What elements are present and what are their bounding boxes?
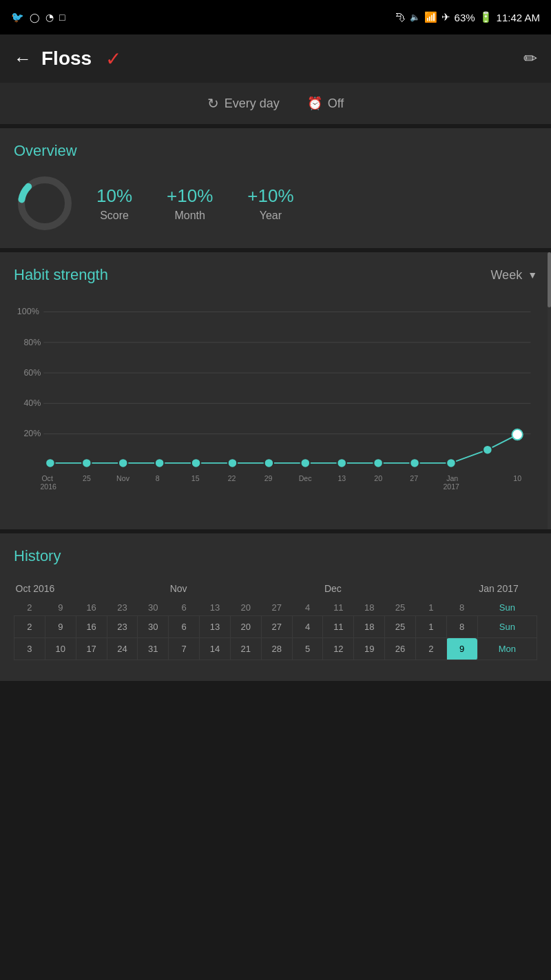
battery-percent: 63% xyxy=(455,12,475,23)
donut-chart xyxy=(14,172,76,234)
chart-dot xyxy=(337,458,346,467)
year-label: Year xyxy=(247,210,293,222)
overview-title: Overview xyxy=(14,142,537,160)
table-cell: 7 xyxy=(169,638,200,660)
history-section: History Oct 2016 Nov Dec Jan 2017 2 9 16… xyxy=(0,533,551,681)
x-label-29: 29 xyxy=(264,474,273,482)
back-button[interactable]: ← xyxy=(14,48,32,70)
chart-dot xyxy=(373,458,382,467)
chart-dot xyxy=(45,458,54,467)
col-header: 25 xyxy=(385,600,416,616)
col-header: 6 xyxy=(169,600,200,616)
table-cell: 2 xyxy=(14,616,45,638)
habit-strength-header: Habit strength Week ▼ xyxy=(14,266,537,284)
chart-dot xyxy=(118,458,127,467)
table-cell: 18 xyxy=(354,616,385,638)
table-cell: 8 xyxy=(446,616,477,638)
table-cell: 26 xyxy=(385,638,416,660)
table-cell: 9 xyxy=(45,616,76,638)
overview-content: 10% Score +10% Month +10% Year xyxy=(14,172,537,234)
wifi-icon: 📶 xyxy=(424,11,437,23)
grid-100: 100% xyxy=(17,307,39,316)
habit-strength-title: Habit strength xyxy=(14,266,108,284)
calendar-day-headers: 2 9 16 23 30 6 13 20 27 4 11 18 25 1 xyxy=(14,600,537,616)
history-title: History xyxy=(14,547,537,565)
table-cell: 23 xyxy=(107,616,138,638)
airplane-icon: ✈ xyxy=(441,11,450,23)
chart-dot-last xyxy=(512,429,522,440)
table-cell: 10 xyxy=(45,638,76,660)
score-label: Score xyxy=(96,210,132,222)
status-bar: 🐦 ◯ ◔ □ ⮷ 🔈 📶 ✈ 63% 🔋 11:42 AM xyxy=(0,0,551,34)
table-cell: 20 xyxy=(230,616,261,638)
table-cell: 1 xyxy=(415,616,446,638)
x-label-20: 20 xyxy=(374,474,382,482)
bluetooth-icon: ⮷ xyxy=(395,12,406,23)
calendar-row-sun: 2 9 16 23 30 6 13 20 27 4 11 18 25 1 8 S… xyxy=(14,616,537,638)
col-header: 4 xyxy=(292,600,323,616)
col-header: 30 xyxy=(138,600,169,616)
mute-icon: 🔈 xyxy=(410,12,420,22)
status-right-info: ⮷ 🔈 📶 ✈ 63% 🔋 11:42 AM xyxy=(395,11,540,23)
col-header: 18 xyxy=(354,600,385,616)
x-label-2017: 2017 xyxy=(443,482,459,491)
period-label: Week xyxy=(490,268,522,283)
chevron-down-icon: ▼ xyxy=(528,269,537,280)
repeat-setting[interactable]: ↻ Every day xyxy=(207,95,280,112)
jan-header: Jan 2017 xyxy=(477,578,537,600)
x-label-jan: Jan xyxy=(446,474,458,482)
month-stat: +10% Month xyxy=(167,185,213,222)
reminder-setting[interactable]: ⏰ Off xyxy=(307,96,344,111)
table-cell-label: Mon xyxy=(477,638,537,660)
calendar-month-headers: Oct 2016 Nov Dec Jan 2017 xyxy=(14,578,537,600)
clock-time: 11:42 AM xyxy=(497,12,540,23)
col-header: 27 xyxy=(261,600,292,616)
reminder-label: Off xyxy=(328,96,344,111)
col-header: 23 xyxy=(107,600,138,616)
table-cell: 4 xyxy=(292,616,323,638)
table-cell: 3 xyxy=(14,638,45,660)
col-header: 1 xyxy=(415,600,446,616)
oct-header: Oct 2016 xyxy=(14,578,169,600)
grid-40: 40% xyxy=(23,398,41,408)
table-cell: 21 xyxy=(230,638,261,660)
overview-stats: 10% Score +10% Month +10% Year xyxy=(96,185,294,222)
period-dropdown[interactable]: Week ▼ xyxy=(490,268,537,283)
chart-dot xyxy=(228,458,237,467)
year-stat: +10% Year xyxy=(247,185,293,222)
table-cell: 11 xyxy=(323,616,354,638)
table-cell: 13 xyxy=(200,616,231,638)
dec-header: Dec xyxy=(323,578,477,600)
nov-header: Nov xyxy=(169,578,323,600)
col-header: 8 xyxy=(446,600,477,616)
score-value: 10% xyxy=(96,185,132,207)
x-label-dec: Dec xyxy=(299,474,313,482)
table-cell: 5 xyxy=(292,638,323,660)
table-cell: 28 xyxy=(261,638,292,660)
table-cell: 19 xyxy=(354,638,385,660)
repeat-icon: ↻ xyxy=(207,95,219,112)
x-label-8: 8 xyxy=(156,474,160,482)
check-icon: ✓ xyxy=(105,48,121,70)
scrollbar-thumb[interactable] xyxy=(548,252,551,307)
scrollbar-track[interactable] xyxy=(548,252,551,529)
grid-60: 60% xyxy=(23,368,41,378)
month-label: Month xyxy=(167,210,213,222)
edit-button[interactable]: ✏ xyxy=(523,49,537,68)
history-scroll[interactable]: Oct 2016 Nov Dec Jan 2017 2 9 16 23 30 6… xyxy=(14,578,537,660)
page-title: Floss xyxy=(41,48,92,70)
table-cell-label: Sun xyxy=(477,616,537,638)
chart-dot xyxy=(191,458,200,467)
table-cell: 30 xyxy=(138,616,169,638)
x-label-nov: Nov xyxy=(116,474,130,482)
chrome-icon: ◔ xyxy=(45,12,54,23)
device-icon: □ xyxy=(59,12,65,23)
overview-section: Overview 10% Score +10% Month +10% Year xyxy=(0,128,551,248)
subtitle-bar: ↻ Every day ⏰ Off xyxy=(0,83,551,124)
year-value: +10% xyxy=(247,185,293,207)
chart-dot xyxy=(446,458,455,467)
chart-dot xyxy=(264,458,273,467)
table-cell-highlighted: 9 xyxy=(446,638,477,660)
calendar-row-mon: 3 10 17 24 31 7 14 21 28 5 12 19 26 2 9 … xyxy=(14,638,537,660)
x-label-25: 25 xyxy=(83,474,91,482)
